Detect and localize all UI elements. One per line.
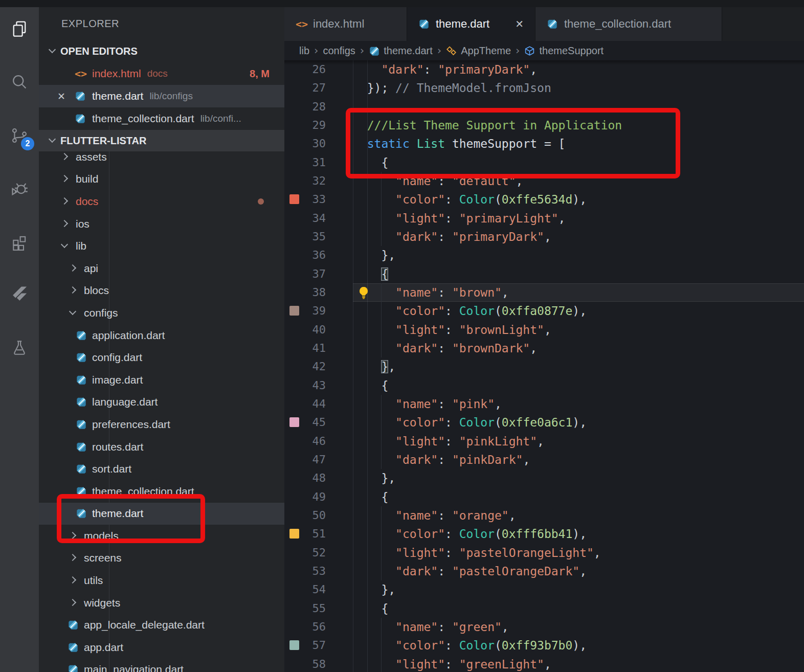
search-icon[interactable] — [8, 71, 31, 93]
dart-icon — [68, 664, 79, 672]
open-editors-header[interactable]: OPEN EDITORS — [39, 40, 284, 62]
tree-file-app_locale_delegate.dart[interactable]: app_locale_delegate.dart — [39, 614, 284, 636]
tree-folder-blocs[interactable]: blocs — [39, 280, 284, 302]
tab-theme.dart[interactable]: theme.dart✕ — [407, 7, 535, 41]
tree-folder-build[interactable]: build — [39, 168, 284, 191]
code-line-39[interactable]: 39 "color": Color(0xffa0877e), — [284, 302, 804, 320]
tree-folder-ios[interactable]: ios — [39, 213, 284, 235]
color-swatch[interactable] — [289, 194, 299, 204]
code-line-49[interactable]: 49 { — [284, 488, 804, 506]
extensions-icon[interactable] — [8, 231, 31, 253]
editor-area: <>index.html theme.dart✕ theme_collectio… — [284, 7, 804, 672]
close-icon[interactable]: ✕ — [57, 91, 75, 102]
code-line-51[interactable]: 51 "color": Color(0xfff6bb41), — [284, 525, 804, 543]
code-text: { — [353, 488, 388, 506]
dart-icon — [418, 18, 431, 30]
tree-file-main_navigation.dart[interactable]: main_navigation.dart — [39, 659, 284, 672]
code-line-37[interactable]: 37 { — [284, 265, 804, 283]
files-icon[interactable] — [8, 17, 31, 40]
color-swatch[interactable] — [289, 306, 299, 316]
breadcrumb-item-themeSupport[interactable]: themeSupport — [524, 45, 604, 57]
color-swatch[interactable] — [289, 640, 299, 650]
tree-folder-docs[interactable]: docs — [39, 190, 284, 213]
tree-item-label: application.dart — [92, 329, 165, 342]
tree-folder-screens[interactable]: screens — [39, 547, 284, 570]
code-line-50[interactable]: 50 "name": "orange", — [284, 506, 804, 525]
code-line-35[interactable]: 35 "dark": "primaryDark", — [284, 228, 804, 246]
breadcrumb-item-AppTheme[interactable]: AppTheme — [446, 45, 511, 57]
code-line-43[interactable]: 43 { — [284, 376, 804, 395]
color-swatch[interactable] — [289, 529, 299, 539]
dart-icon — [75, 113, 86, 124]
line-number: 55 — [303, 599, 326, 618]
code-line-56[interactable]: 56 "name": "green", — [284, 618, 804, 636]
tree-folder-api[interactable]: api — [39, 257, 284, 280]
code-line-55[interactable]: 55 { — [284, 599, 804, 618]
code-line-30[interactable]: 30 static List themeSupport = [ — [284, 135, 804, 153]
code-line-31[interactable]: 31 { — [284, 153, 804, 172]
open-editor-item[interactable]: <>index.htmldocs8, M — [39, 62, 284, 85]
code-line-52[interactable]: 52 "light": "pastelOrangeLight", — [284, 544, 804, 562]
breadcrumb-item-theme.dart[interactable]: theme.dart — [369, 45, 433, 57]
tree-file-image.dart[interactable]: image.dart — [39, 369, 284, 391]
dart-icon — [68, 664, 79, 672]
flutter-icon[interactable] — [8, 283, 31, 306]
breadcrumb-item-configs[interactable]: configs — [323, 45, 355, 57]
tree-folder-widgets[interactable]: widgets — [39, 592, 284, 614]
code-line-41[interactable]: 41 "dark": "brownDark", — [284, 339, 804, 357]
tree-file-routes.dart[interactable]: routes.dart — [39, 436, 284, 458]
tab-theme_collection.dart[interactable]: theme_collection.dart — [535, 7, 722, 41]
close-icon[interactable]: ✕ — [515, 18, 524, 30]
tree-folder-models[interactable]: models — [39, 525, 284, 547]
code-line-42[interactable]: 42 }, — [284, 357, 804, 376]
tree-file-preferences.dart[interactable]: preferences.dart — [39, 413, 284, 436]
tree-file-theme_collection.dart[interactable]: theme_collection.dart — [39, 480, 284, 503]
modified-dot-badge — [258, 198, 264, 205]
tree-file-config.dart[interactable]: config.dart — [39, 346, 284, 369]
tree-file-sort.dart[interactable]: sort.dart — [39, 458, 284, 480]
code-text: "name": "orange", — [353, 506, 516, 525]
code-line-57[interactable]: 57 "color": Color(0xff93b7b0), — [284, 636, 804, 655]
tree-file-language.dart[interactable]: language.dart — [39, 391, 284, 414]
code-line-54[interactable]: 54 }, — [284, 580, 804, 599]
code-line-32[interactable]: 32 "name": "default", — [284, 172, 804, 190]
tree-file-application.dart[interactable]: application.dart — [39, 324, 284, 347]
line-number: 44 — [303, 395, 326, 413]
tab-index.html[interactable]: <>index.html — [284, 7, 407, 41]
code-line-48[interactable]: 48 }, — [284, 469, 804, 487]
code-line-29[interactable]: 29 ///List Theme Support in Application — [284, 116, 804, 135]
code-line-53[interactable]: 53 "dark": "pastelOrangeDark", — [284, 562, 804, 580]
open-editor-item[interactable]: ✕ theme.dartlib/configs — [39, 85, 284, 107]
code-line-45[interactable]: 45 "color": Color(0xffe0a6c1), — [284, 413, 804, 432]
tree-folder-configs[interactable]: configs — [39, 302, 284, 324]
tree-file-app.dart[interactable]: app.dart — [39, 636, 284, 659]
line-number: 38 — [303, 283, 326, 302]
code-line-33[interactable]: 33 "color": Color(0xffe5634d), — [284, 190, 804, 209]
source-control-icon[interactable]: 2 — [8, 124, 31, 147]
dart-icon — [76, 352, 87, 363]
tree-file-theme.dart[interactable]: theme.dart — [39, 503, 284, 525]
line-number: 45 — [303, 413, 326, 432]
color-swatch[interactable] — [289, 417, 299, 427]
line-number: 28 — [303, 98, 326, 116]
tree-folder-lib[interactable]: lib — [39, 235, 284, 257]
code-line-46[interactable]: 46 "light": "pinkLight", — [284, 432, 804, 451]
code-line-28[interactable]: 28 — [284, 98, 804, 116]
code-line-36[interactable]: 36 }, — [284, 246, 804, 264]
code-line-58[interactable]: 58 "light": "greenLight", — [284, 655, 804, 672]
open-editor-item[interactable]: theme_collection.dartlib/confi... — [39, 107, 284, 130]
code-editor[interactable]: 26 "dark": "primaryDark",27 }); // Theme… — [284, 60, 804, 672]
debug-icon[interactable] — [8, 177, 31, 200]
project-root-header[interactable]: FLUTTER-LISTAR — [39, 130, 284, 151]
test-beaker-icon[interactable] — [8, 337, 31, 359]
lightbulb-icon[interactable] — [358, 286, 369, 300]
code-line-47[interactable]: 47 "dark": "pinkDark", — [284, 451, 804, 469]
code-line-40[interactable]: 40 "light": "brownLight", — [284, 321, 804, 339]
code-line-34[interactable]: 34 "light": "primaryLight", — [284, 209, 804, 228]
code-line-44[interactable]: 44 "name": "pink", — [284, 395, 804, 413]
code-line-38[interactable]: 38 "name": "brown", — [284, 283, 804, 302]
code-line-27[interactable]: 27 }); // ThemeModel.fromJson — [284, 79, 804, 97]
code-text: "light": "pastelOrangeLight", — [353, 544, 601, 562]
breadcrumb-item-lib[interactable]: lib — [299, 45, 309, 57]
tree-folder-utils[interactable]: utils — [39, 569, 284, 592]
